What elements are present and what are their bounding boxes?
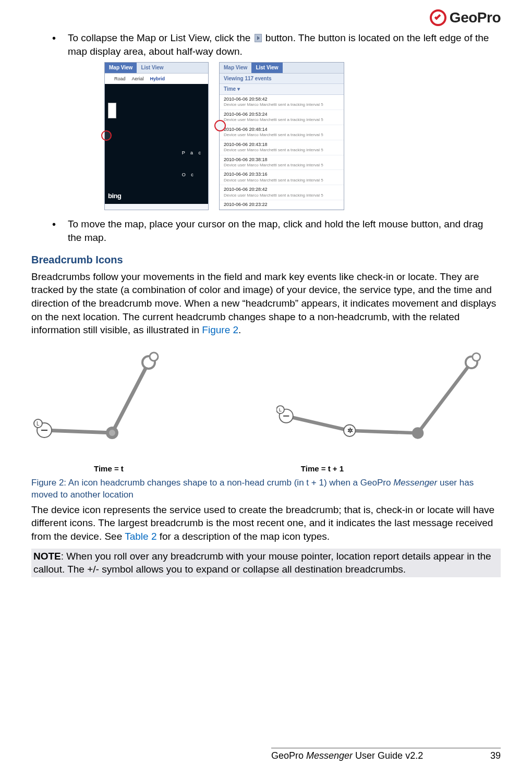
screenshot-map-view: Map View List View Road Aerial Hybrid P …: [104, 62, 209, 210]
screenshot-group: Map View List View Road Aerial Hybrid P …: [104, 62, 490, 210]
caption-time-t1: Time = t + 1: [301, 464, 344, 473]
map-type-road: Road: [114, 76, 126, 82]
list-row: 2010-06-06 20:48:14Device user Marco Mar…: [220, 125, 344, 140]
tab-map-view: Map View: [105, 63, 137, 73]
list-row: 2010-06-06 20:23:22: [220, 200, 344, 210]
svg-text:L: L: [279, 407, 282, 412]
tab-map-view: Map View: [220, 63, 251, 73]
map-canvas: P a c O c bing: [105, 84, 208, 204]
diagram-time-t: L: [31, 344, 256, 454]
page-footer: GeoPro Messenger User Guide v2.2 39: [271, 748, 501, 761]
heading-breadcrumb-icons: Breadcrumb Icons: [31, 254, 501, 266]
list-row: 2010-06-06 20:53:24Device user Marco Mar…: [220, 110, 344, 125]
note-text: : When you roll over any breadcrumb with…: [33, 551, 491, 575]
list-row: 2010-06-06 20:38:18Device user Marco Mar…: [220, 155, 344, 171]
list-row: 2010-06-06 20:58:42Device user Marco Mar…: [220, 95, 344, 110]
svg-point-7: [150, 353, 158, 361]
screenshot-list-view: Map View List View Viewing 117 events Ti…: [219, 62, 344, 210]
link-figure-2[interactable]: Figure 2: [202, 324, 238, 335]
map-type-hybrid: Hybrid: [150, 76, 165, 82]
tab-list-view: List View: [137, 63, 167, 73]
list-row: 2010-06-06 20:28:42Device user Marco Mar…: [220, 185, 344, 200]
link-table-2[interactable]: Table 2: [125, 531, 156, 542]
list-row: 2010-06-06 20:33:16Device user Marco Mar…: [220, 170, 344, 185]
map-overlay-text: P a c O c: [182, 150, 203, 178]
svg-text:✲: ✲: [347, 427, 353, 434]
zoom-controls-icon: [108, 103, 116, 118]
para-device-icon: The device icon represents the service u…: [31, 503, 501, 543]
figure-2: L L: [31, 344, 501, 501]
document-page: GeoPro To collapse the Map or List View,…: [0, 0, 532, 777]
bullet-collapse: To collapse the Map or List View, click …: [52, 31, 501, 210]
bing-logo: bing: [108, 191, 121, 201]
svg-text:L: L: [37, 421, 40, 427]
bullet-collapse-text-a: To collapse the Map or List View, click …: [68, 32, 253, 43]
note-callout: NOTE: When you roll over any breadcrumb …: [31, 549, 501, 577]
para-breadcrumb-intro: Breadcrumbs follow your movements in the…: [31, 270, 501, 337]
bullet-move-map: To move the map, place your cursor on th…: [52, 217, 501, 244]
list-row: 2010-06-06 20:43:18Device user Marco Mar…: [220, 140, 344, 155]
brand-name: GeoPro: [450, 9, 501, 26]
footer-title: GeoPro Messenger User Guide v2.2: [271, 750, 423, 761]
diagram-time-t-plus-1: L ✲: [276, 344, 501, 454]
collapse-button-icon: [255, 34, 262, 42]
svg-point-16: [473, 353, 480, 361]
logo-mark-icon: [430, 9, 446, 26]
page-number: 39: [490, 750, 501, 761]
svg-point-5: [109, 430, 115, 436]
figure-2-caption: Figure 2: An icon headcrumb changes shap…: [31, 477, 501, 501]
sort-header-time: Time ▾: [220, 84, 344, 95]
svg-point-14: [412, 427, 424, 439]
note-label: NOTE: [33, 551, 61, 562]
tab-list-view: List View: [251, 63, 282, 73]
events-count: Viewing 117 events: [220, 74, 344, 84]
map-type-aerial: Aerial: [132, 76, 144, 82]
brand-logo: GeoPro: [430, 9, 501, 26]
caption-time-t: Time = t: [94, 464, 124, 473]
